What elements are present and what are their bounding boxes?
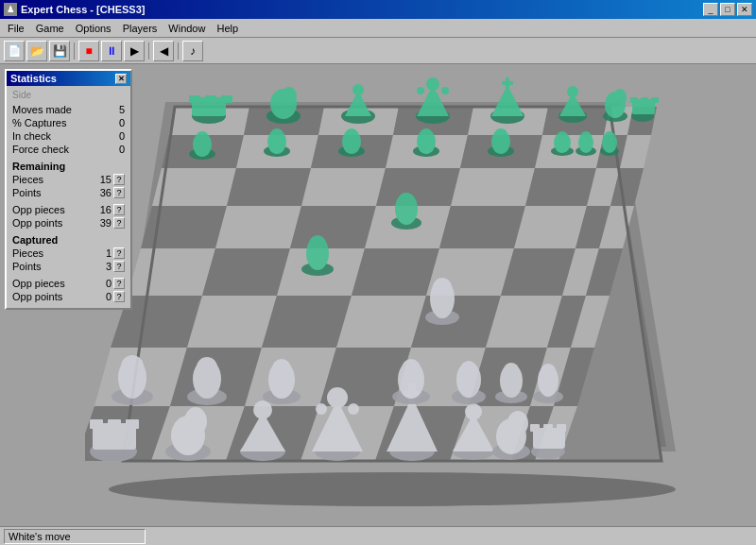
captured-points-help[interactable]: ? <box>113 261 125 272</box>
stats-side-label: Side <box>12 90 125 100</box>
svg-point-137 <box>184 407 207 435</box>
captured-pieces-label: Pieces <box>12 247 98 259</box>
svg-point-79 <box>352 84 364 95</box>
remaining-header: Remaining <box>12 161 125 172</box>
svg-point-94 <box>613 89 627 106</box>
menu-game[interactable]: Game <box>30 21 70 36</box>
opp-points-remaining-help[interactable]: ? <box>113 217 125 229</box>
opp-pieces-remaining-label: Opp pieces <box>12 204 98 215</box>
in-check-label: In check <box>12 130 112 142</box>
opp-pieces-captured-help[interactable]: ? <box>113 278 125 289</box>
svg-point-83 <box>417 87 424 94</box>
svg-point-129 <box>309 235 326 252</box>
remaining-pieces-row: Pieces 15 ? <box>12 174 125 185</box>
svg-point-82 <box>426 77 439 91</box>
svg-rect-71 <box>189 95 200 103</box>
opp-points-remaining-value: 39 <box>98 217 112 229</box>
open-button[interactable]: 📂 <box>26 41 47 61</box>
svg-marker-24 <box>451 168 535 206</box>
svg-rect-72 <box>205 95 216 103</box>
stats-title: Statistics <box>10 73 57 84</box>
minimize-btn[interactable]: _ <box>703 3 718 16</box>
stats-body: Side Moves made 5 % Captures 0 In check … <box>7 86 130 308</box>
stop-button[interactable]: ■ <box>78 41 99 61</box>
toolbar: 📄 📂 💾 ■ ⏸ ▶ ◀ ♪ <box>0 38 756 64</box>
svg-point-181 <box>541 364 556 379</box>
svg-point-91 <box>567 86 578 97</box>
captured-points-label: Points <box>12 261 98 272</box>
svg-point-102 <box>196 131 209 145</box>
svg-rect-97 <box>630 97 638 103</box>
pct-captures-value: 0 <box>112 117 125 128</box>
menu-help[interactable]: Help <box>211 21 244 36</box>
svg-marker-46 <box>262 296 352 348</box>
menu-window[interactable]: Window <box>163 21 211 36</box>
svg-point-155 <box>507 411 528 435</box>
opp-points-remaining-row: Opp points 39 ? <box>12 217 125 229</box>
music-button[interactable]: ♪ <box>182 41 203 61</box>
svg-point-145 <box>348 403 359 415</box>
main-area: // This won't run inside SVG, we'll hard… <box>0 64 756 526</box>
svg-rect-158 <box>530 424 540 432</box>
maximize-btn[interactable]: □ <box>720 3 735 16</box>
app-icon: ♟ <box>4 3 17 16</box>
remaining-points-help[interactable]: ? <box>113 187 125 198</box>
opp-pieces-remaining-row: Opp pieces 16 ? <box>12 204 125 215</box>
status-bar: White's move <box>0 526 756 545</box>
opp-pieces-captured-value: 0 <box>98 278 112 289</box>
force-check-row: Force check 0 <box>12 144 125 155</box>
toolbar-sep-1 <box>74 43 75 60</box>
svg-rect-134 <box>126 419 139 429</box>
svg-marker-32 <box>439 206 525 248</box>
opp-pieces-captured-row: Opp pieces 0 ? <box>12 278 125 289</box>
remaining-pieces-help[interactable]: ? <box>113 174 125 185</box>
in-check-value: 0 <box>112 130 125 142</box>
captured-points-value: 3 <box>98 261 112 272</box>
svg-marker-37 <box>202 248 290 296</box>
svg-point-144 <box>316 403 327 415</box>
title-bar: ♟ Expert Chess - [CHESS3] _ □ ✕ <box>0 0 756 19</box>
svg-point-152 <box>465 403 482 420</box>
menu-options[interactable]: Options <box>70 21 117 36</box>
stats-title-bar: Statistics ✕ <box>7 71 130 86</box>
svg-rect-99 <box>651 97 659 103</box>
svg-marker-30 <box>290 206 376 248</box>
moves-made-label: Moves made <box>12 104 112 115</box>
force-check-value: 0 <box>112 144 125 155</box>
menu-players[interactable]: Players <box>117 21 163 36</box>
svg-point-163 <box>121 355 144 378</box>
opp-points-remaining-label: Opp points <box>12 217 98 229</box>
menu-file[interactable]: File <box>2 21 30 36</box>
svg-marker-86 <box>491 85 524 116</box>
svg-point-117 <box>557 131 568 143</box>
stats-close-button[interactable]: ✕ <box>115 74 127 84</box>
pct-captures-row: % Captures 0 <box>12 117 125 128</box>
opp-pieces-captured-label: Opp pieces <box>12 278 98 289</box>
moves-made-value: 5 <box>112 104 125 115</box>
svg-point-111 <box>420 128 433 142</box>
captured-pieces-help[interactable]: ? <box>113 247 125 259</box>
new-button[interactable]: 📄 <box>4 41 25 61</box>
svg-rect-88 <box>506 77 509 89</box>
remaining-pieces-label: Pieces <box>12 174 98 185</box>
svg-marker-23 <box>376 168 460 206</box>
svg-rect-73 <box>221 95 232 103</box>
board-grid <box>85 77 662 462</box>
svg-point-172 <box>402 359 421 378</box>
svg-marker-22 <box>301 168 386 206</box>
close-btn[interactable]: ✕ <box>737 3 752 16</box>
svg-rect-160 <box>557 424 566 432</box>
svg-point-105 <box>270 128 284 142</box>
opp-points-captured-help[interactable]: ? <box>113 291 125 302</box>
svg-marker-29 <box>215 206 301 248</box>
svg-marker-36 <box>128 248 215 296</box>
back-button[interactable]: ◀ <box>153 41 174 61</box>
save-button[interactable]: 💾 <box>49 41 70 61</box>
svg-point-143 <box>327 387 348 408</box>
opp-pieces-remaining-help[interactable]: ? <box>113 204 125 215</box>
forward-button[interactable]: ▶ <box>124 41 145 61</box>
svg-point-140 <box>253 400 272 419</box>
svg-rect-159 <box>543 424 553 432</box>
pause-button[interactable]: ⏸ <box>101 41 122 61</box>
svg-marker-45 <box>187 296 277 348</box>
